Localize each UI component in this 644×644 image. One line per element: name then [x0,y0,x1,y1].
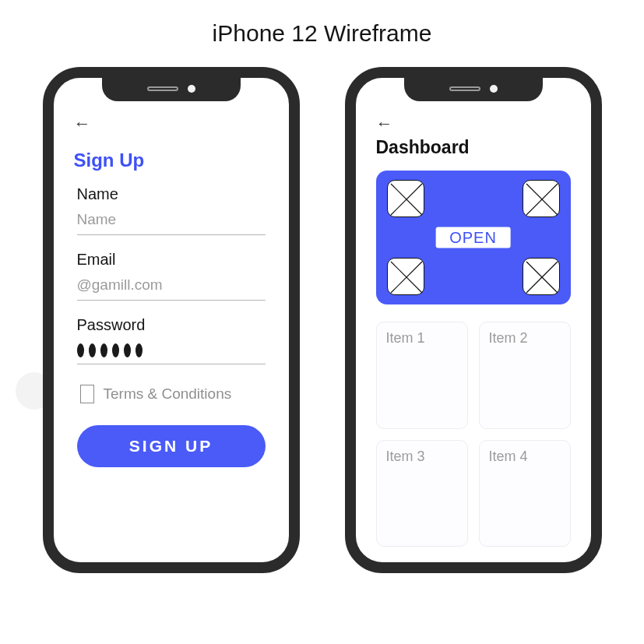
email-label: Email [77,251,266,269]
placeholder-image-icon [523,258,560,295]
page-title: iPhone 12 Wireframe [0,0,644,47]
terms-label: Terms & Conditions [104,385,232,403]
name-label: Name [77,185,266,203]
signup-button[interactable]: SIGN UP [77,425,266,467]
open-badge[interactable]: OPEN [435,227,511,248]
dashboard-card-4[interactable]: Item 4 [479,440,571,547]
email-field: Email [77,251,266,301]
terms-checkbox[interactable] [80,385,94,403]
email-input[interactable] [77,273,266,301]
password-dot [77,343,84,357]
signup-title: Sign Up [74,150,269,171]
password-dot [135,343,143,357]
signup-screen: ← Sign Up Name Email Password [54,78,289,562]
phone-dashboard: ← Dashboard OPEN Item 1 [345,67,602,573]
dashboard-card-1[interactable]: Item 1 [376,322,468,429]
terms-row: Terms & Conditions [80,385,266,403]
dashboard-hero[interactable]: OPEN [376,171,571,304]
password-label: Password [77,316,266,334]
card-label: Item 4 [489,449,528,464]
password-dot [124,343,131,357]
password-dot [100,343,107,357]
card-label: Item 1 [386,330,425,346]
password-input[interactable] [77,339,266,364]
phone-signup: ← Sign Up Name Email Password [43,67,300,573]
placeholder-image-icon [387,258,424,295]
phones-row: ← Sign Up Name Email Password [0,67,644,573]
dashboard-card-3[interactable]: Item 3 [376,440,468,547]
name-field: Name [77,185,266,235]
dashboard-grid: Item 1 Item 2 Item 3 Item 4 [376,322,571,547]
password-dot [89,343,96,357]
placeholder-image-icon [387,180,424,217]
card-label: Item 2 [489,330,528,346]
placeholder-image-icon [523,180,560,217]
name-input[interactable] [77,208,266,235]
password-dot [112,343,119,357]
password-field: Password [77,316,266,364]
dashboard-card-2[interactable]: Item 2 [479,322,571,429]
card-label: Item 3 [386,449,425,464]
dashboard-screen: ← Dashboard OPEN Item 1 [356,78,591,562]
back-arrow-icon[interactable]: ← [74,115,93,132]
back-arrow-icon[interactable]: ← [376,115,395,132]
dashboard-title: Dashboard [376,137,571,158]
